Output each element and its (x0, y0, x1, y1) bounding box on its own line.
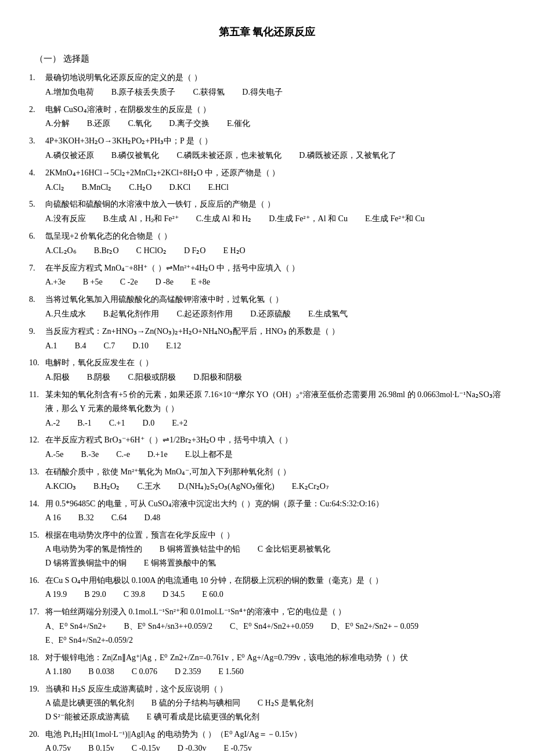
option-9-0: A.1 (45, 339, 57, 353)
q-options-4: A.Cl₂B.MnCl₂C.H₂OD.KClE.HCl (45, 181, 505, 195)
option-4-3: D.KCl (169, 181, 190, 195)
option-7-2: C -2e (120, 275, 138, 289)
q-options-15: A 电动势为零的氢是惰性的B 铜将置换钴盐中的铅C 金比铝更易被氧化D 锡将置换… (45, 542, 505, 570)
q-num-9: 9. (29, 325, 45, 339)
option-10-2: C.阳极或阴极 (128, 370, 176, 384)
question-9: 9.当反应方程式：Zn+HNO₃→Zn(NO₃)₂+H₂O+NH₄NO₃配平后，… (29, 325, 505, 353)
option-14-1: B.32 (78, 511, 94, 525)
section-header: （一） 选择题 (35, 52, 505, 67)
q-options-16: A 19.9B 29.0C 39.8D 34.5E 60.0 (45, 588, 505, 602)
q-num-5: 5. (29, 197, 45, 211)
question-20: 20.电池 Pt,H₂|HI(1mol·L⁻¹)||AgI|Ag 的电动势为（ … (29, 728, 505, 756)
q-text-6: 氙呈现+2 价氧化态的化合物是（ ） (45, 229, 505, 243)
q-options-11: A.-2B.-1C.+1D.0E.+2 (45, 416, 505, 430)
option-1-2: C.获得氢 (193, 85, 225, 99)
question-14: 14.用 0.5*96485C 的电量，可从 CuSO₄溶液中沉淀出大约（ ）克… (29, 497, 505, 525)
q-num-18: 18. (29, 651, 45, 665)
option-3-3: D.磷既被还原，又被氧化了 (299, 149, 396, 163)
option-16-3: D 34.5 (163, 588, 185, 602)
q-text-17: 将一铂丝两端分别浸入 0.1mol.L⁻¹Sn²⁺和 0.01mol.L⁻¹Sn… (45, 605, 505, 619)
option-7-1: B +5e (83, 275, 103, 289)
option-2-4: E.催化 (227, 117, 250, 131)
option-7-3: D -8e (155, 275, 174, 289)
option-13-4: E.K₂Cr₂O₇ (292, 480, 329, 494)
option-12-4: E.以上都不是 (185, 448, 233, 462)
option-6-0: A.CL₂O₆ (45, 244, 77, 258)
q-options-7: A.+3eB +5eC -2eD -8eE +8e (45, 275, 505, 289)
q-options-13: A.KClO₃B.H₂O₂C.王水D.(NH₄)₂S₂O₃(AgNO₃催化)E.… (45, 480, 505, 494)
q-text-10: 电解时，氧化反应发生在（ ） (45, 356, 505, 370)
q-num-15: 15. (29, 528, 45, 542)
question-8: 8.当将过氧化氢加入用硫酸酸化的高锰酸钾溶液中时，过氧化氢（ ）A.只生成水B.… (29, 293, 505, 321)
q-num-17: 17. (29, 605, 45, 619)
option-19-1: B 硫的分子结构与碘相同 (151, 696, 240, 710)
option-4-1: B.MnCl₂ (82, 181, 112, 195)
q-text-1: 最确切地说明氧化还原反应的定义的是（ ） (45, 71, 505, 85)
q-options-12: A.-5eB.-3eC.-eD.+1eE.以上都不是 (45, 448, 505, 462)
option-17-2: C、E⁰ Sn4+/Sn2++0.059 (230, 620, 313, 633)
question-6: 6.氙呈现+2 价氧化态的化合物是（ ）A.CL₂O₆B.Br₂OC HClO₂… (29, 229, 505, 258)
option-17-4: E、E⁰ Sn4+/Sn2+-0.059/2 (45, 633, 133, 647)
option-20-3: D -0.30v (178, 741, 207, 755)
q-text-2: 电解 CuSO₄溶液时，在阴极发生的反应是（ ） (45, 103, 505, 117)
option-13-1: B.H₂O₂ (93, 480, 120, 494)
q-num-13: 13. (29, 465, 45, 479)
option-12-1: B.-3e (81, 448, 99, 462)
option-13-0: A.KClO₃ (45, 480, 76, 494)
option-10-1: B.阴极 (87, 370, 111, 384)
q-num-12: 12. (29, 433, 45, 447)
q-options-1: A.增加负电荷B.原子核丢失质子C.获得氢D.得失电子 (45, 85, 505, 99)
question-16: 16.在Cu S O₄中用铂电极以 0.100A 的电流通电 10 分钟，在阴极… (29, 574, 505, 602)
q-num-19: 19. (29, 682, 45, 696)
q-options-14: A 16B.32C.64D.48 (45, 511, 505, 525)
question-15: 15.根据在电动势次序中的位置，预言在化学反应中（ ）A 电动势为零的氢是惰性的… (29, 528, 505, 570)
option-17-1: B、E⁰ Sn4+/sn3++0.059/2 (124, 620, 212, 633)
option-11-2: C.+1 (109, 416, 125, 430)
q-text-18: 对于银锌电池：Zn|Zn‖Ag⁺|Ag，E⁰ Zn2+/Zn=-0.761v，E… (45, 651, 505, 665)
option-1-0: A.增加负电荷 (45, 85, 94, 99)
question-7: 7.在半反应方程式 MnO₄⁻+8H⁺（ ）⇌Mn²⁺+4H₂O 中，括号中应填… (29, 261, 505, 290)
question-3: 3.4P+3KOH+3H₂O→3KH₂PO₂+PH₃中；P 是（ ）A.磷仅被还… (29, 134, 505, 163)
option-2-1: B.还原 (87, 117, 111, 131)
option-5-1: B.生成 Al，H₂和 Fe²⁺ (103, 212, 179, 226)
option-5-3: D.生成 Fe²⁺，Al 和 Cu (269, 212, 348, 226)
option-14-3: D.48 (145, 511, 161, 525)
option-7-0: A.+3e (45, 275, 66, 289)
option-4-2: C.H₂O (129, 181, 151, 195)
question-5: 5.向硫酸铝和硫酸铜的水溶液中放入一铁钉，反应后的产物是（ ）A.没有反应B.生… (29, 197, 505, 226)
q-num-4: 4. (29, 166, 45, 180)
option-15-4: E 铜将置换酸中的氢 (144, 556, 216, 570)
q-num-8: 8. (29, 293, 45, 307)
question-12: 12.在半反应方程式 BrO₃⁻+6H⁺（ ）⇌1/2Br₂+3H₂O 中，括号… (29, 433, 505, 462)
option-17-0: A、E⁰ Sn4+/Sn2+ (45, 620, 106, 633)
option-11-1: B.-1 (77, 416, 92, 430)
option-20-2: C -0.15v (132, 741, 160, 755)
q-options-17: A、E⁰ Sn4+/Sn2+B、E⁰ Sn4+/sn3++0.059/2C、E⁰… (45, 620, 505, 647)
q-text-8: 当将过氧化氢加入用硫酸酸化的高锰酸钾溶液中时，过氧化氢（ ） (45, 293, 505, 307)
q-num-20: 20. (29, 728, 45, 741)
option-13-2: C.王水 (137, 480, 161, 494)
q-num-3: 3. (29, 134, 45, 148)
option-9-2: C.7 (103, 339, 115, 353)
question-2: 2.电解 CuSO₄溶液时，在阴极发生的反应是（ ）A.分解B.还原C.氧化D.… (29, 103, 505, 131)
option-18-3: D 2.359 (175, 665, 201, 679)
q-options-5: A.没有反应B.生成 Al，H₂和 Fe²⁺C.生成 Al 和 H₂D.生成 F… (45, 212, 505, 226)
question-13: 13.在硝酸介质中，欲使 Mn²⁺氧化为 MnO₄⁻,可加入下列那种氧化剂（ ）… (29, 465, 505, 494)
q-num-11: 11. (29, 388, 45, 416)
option-2-2: C.氧化 (128, 117, 151, 131)
q-options-18: A 1.180B 0.038C 0.076D 2.359E 1.560 (45, 665, 505, 679)
q-text-14: 用 0.5*96485C 的电量，可从 CuSO₄溶液中沉淀出大约（ ）克的铜（… (45, 497, 505, 511)
option-3-0: A.磷仅被还原 (45, 149, 94, 163)
option-12-3: D.+1e (147, 448, 168, 462)
option-5-4: E.生成 Fe²⁺和 Cu (365, 212, 425, 226)
q-text-5: 向硫酸铝和硫酸铜的水溶液中放入一铁钉，反应后的产物是（ ） (45, 197, 505, 211)
q-num-16: 16. (29, 574, 45, 588)
option-16-2: C 39.8 (124, 588, 145, 602)
option-12-2: C.-e (116, 448, 130, 462)
option-5-2: C.生成 Al 和 H₂ (196, 212, 251, 226)
option-19-3: D S²⁻能被还原成游离硫 (45, 710, 129, 724)
q-options-10: A.阳极B.阴极C.阳极或阴极D.阳极和阴极 (45, 370, 505, 384)
option-7-4: E +8e (191, 275, 210, 289)
q-options-2: A.分解B.还原C.氧化D.离子交换E.催化 (45, 117, 505, 131)
option-6-3: D F₂O (184, 244, 206, 258)
